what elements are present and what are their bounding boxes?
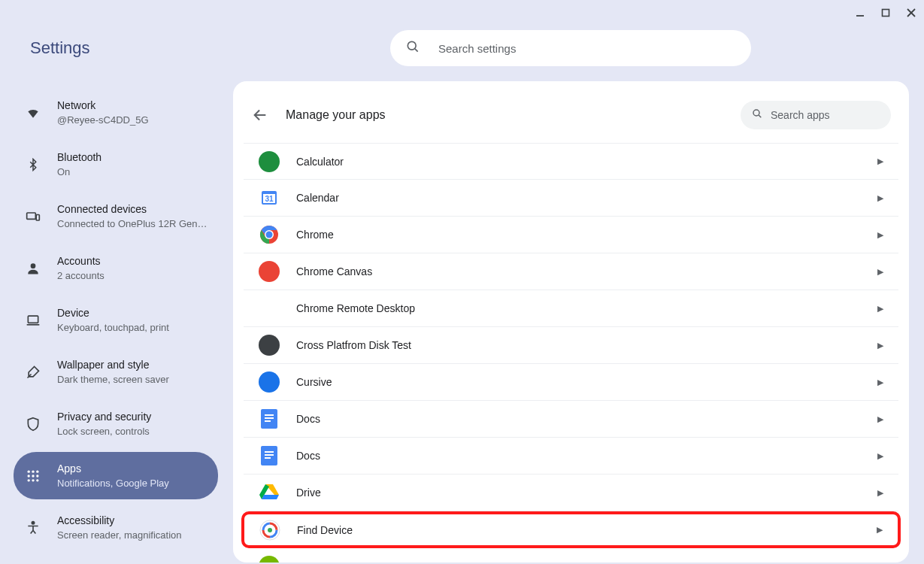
global-search-input[interactable] (438, 42, 736, 55)
app-row-docs[interactable]: Docs▶ (244, 438, 898, 475)
app-icon (259, 224, 280, 245)
sidebar-item-connected-devices[interactable]: Connected devices Connected to OnePlus 1… (14, 193, 218, 240)
accessibility-icon (26, 520, 41, 535)
app-row-calculator[interactable]: Calculator▶ (244, 143, 898, 180)
svg-rect-7 (36, 214, 39, 220)
sidebar-item-privacy[interactable]: Privacy and security Lock screen, contro… (14, 400, 218, 447)
sidebar-item-label: Accounts (57, 255, 105, 267)
app-row-chrome-canvas[interactable]: Chrome Canvas▶ (244, 253, 898, 290)
app-name-label: Find Device (297, 524, 353, 536)
global-search[interactable] (390, 30, 751, 66)
sidebar-item-label: Network (57, 99, 149, 111)
app-icon (259, 445, 280, 466)
sidebar-item-subtitle: Dark theme, screen saver (57, 374, 169, 385)
chevron-right-icon: ▶ (877, 525, 883, 535)
svg-point-13 (36, 470, 38, 472)
search-icon (405, 39, 420, 57)
app-name-label: Chrome (296, 229, 334, 241)
app-icon (259, 520, 280, 541)
sidebar-item-label: Bluetooth (57, 151, 101, 163)
back-button[interactable] (251, 106, 269, 124)
sidebar-item-subtitle: Screen reader, magnification (57, 529, 181, 541)
bluetooth-icon (26, 157, 41, 172)
close-button[interactable] (906, 8, 916, 18)
svg-rect-33 (265, 417, 274, 419)
sidebar-item-subtitle: Lock screen, controls (57, 426, 151, 437)
wifi-icon (26, 105, 41, 120)
svg-point-45 (268, 528, 272, 532)
app-row-chrome[interactable]: Chrome▶ (244, 217, 898, 253)
app-name-label: Calendar (296, 192, 339, 204)
chevron-right-icon: ▶ (877, 378, 883, 387)
maximize-button[interactable] (880, 8, 891, 18)
sidebar-item-label: Device (57, 307, 169, 319)
svg-point-4 (407, 41, 416, 50)
sidebar-item-apps[interactable]: Apps Notifications, Google Play (14, 452, 218, 499)
svg-point-8 (31, 263, 36, 268)
sidebar-item-label: Wallpaper and style (57, 359, 169, 371)
app-name-label: Docs (296, 450, 320, 462)
sidebar: Network @Reyee-sC4DD_5G Bluetooth On Con… (14, 81, 218, 562)
sidebar-item-accessibility[interactable]: Accessibility Screen reader, magnificati… (14, 504, 218, 551)
section-title: Manage your apps (286, 108, 386, 122)
svg-rect-6 (27, 213, 36, 219)
sidebar-item-device[interactable]: Device Keyboard, touchpad, print (14, 296, 218, 344)
app-icon (259, 335, 280, 356)
sidebar-item-subtitle: @Reyee-sC4DD_5G (57, 114, 149, 126)
app-row-geforce-now[interactable]: GeForce NOW▶ (244, 548, 898, 562)
svg-rect-1 (883, 10, 889, 17)
svg-line-23 (759, 115, 761, 117)
devices-icon (26, 209, 41, 224)
main-panel: Manage your apps Calculator▶31Calendar▶C… (233, 81, 909, 562)
sidebar-item-wallpaper[interactable]: Wallpaper and style Dark theme, screen s… (14, 348, 218, 396)
chevron-right-icon: ▶ (877, 414, 883, 424)
svg-point-17 (28, 479, 30, 481)
svg-point-19 (36, 479, 38, 481)
app-row-cursive[interactable]: Cursive▶ (244, 364, 898, 401)
account-icon (26, 261, 41, 276)
chevron-right-icon: ▶ (877, 304, 883, 314)
app-row-find-device[interactable]: Find Device▶ (241, 511, 901, 548)
apps-list: Calculator▶31Calendar▶Chrome▶Chrome Canv… (244, 143, 898, 562)
paint-icon (26, 365, 41, 380)
app-row-drive[interactable]: Drive▶ (244, 475, 898, 511)
sidebar-item-accounts[interactable]: Accounts 2 accounts (14, 244, 218, 292)
chevron-right-icon: ▶ (877, 156, 883, 166)
sidebar-item-label: Privacy and security (57, 411, 151, 423)
chevron-right-icon: ▶ (877, 267, 883, 277)
sidebar-item-subtitle: Keyboard, touchpad, print (57, 322, 169, 333)
svg-rect-36 (265, 451, 274, 453)
app-row-cross-platfrom-disk-test[interactable]: Cross Platfrom Disk Test▶ (244, 327, 898, 364)
app-name-label: Cross Platfrom Disk Test (296, 339, 411, 351)
svg-line-5 (415, 49, 418, 52)
app-icon (259, 151, 280, 172)
app-row-docs[interactable]: Docs▶ (244, 401, 898, 438)
sidebar-item-subtitle: Notifications, Google Play (57, 478, 169, 489)
svg-point-12 (32, 470, 34, 472)
svg-point-14 (28, 475, 30, 477)
chevron-right-icon: ▶ (877, 562, 883, 563)
app-icon: 31 (259, 187, 280, 208)
chevron-right-icon: ▶ (877, 193, 883, 203)
svg-point-16 (36, 475, 38, 477)
svg-point-22 (753, 110, 759, 116)
app-name-label: Chrome Canvas (296, 265, 372, 277)
app-icon (259, 298, 280, 319)
svg-text:31: 31 (265, 195, 274, 203)
app-row-calendar[interactable]: 31Calendar▶ (244, 180, 898, 217)
app-name-label: Calculator (296, 156, 344, 168)
sidebar-item-bluetooth[interactable]: Bluetooth On (14, 141, 218, 188)
minimize-button[interactable] (855, 8, 865, 18)
svg-point-11 (28, 470, 30, 472)
sidebar-item-subtitle: 2 accounts (57, 270, 105, 281)
sidebar-item-label: Accessibility (57, 514, 181, 526)
apps-search[interactable] (741, 101, 891, 129)
app-row-chrome-remote-desktop[interactable]: Chrome Remote Desktop▶ (244, 290, 898, 327)
sidebar-item-subtitle: Connected to OnePlus 12R Gens... (57, 218, 208, 229)
sidebar-item-network[interactable]: Network @Reyee-sC4DD_5G (14, 89, 218, 136)
svg-rect-34 (265, 420, 271, 422)
chevron-right-icon: ▶ (877, 341, 883, 350)
app-icon (259, 408, 280, 429)
apps-search-input[interactable] (771, 109, 880, 121)
app-name-label: GeForce NOW (296, 560, 366, 562)
